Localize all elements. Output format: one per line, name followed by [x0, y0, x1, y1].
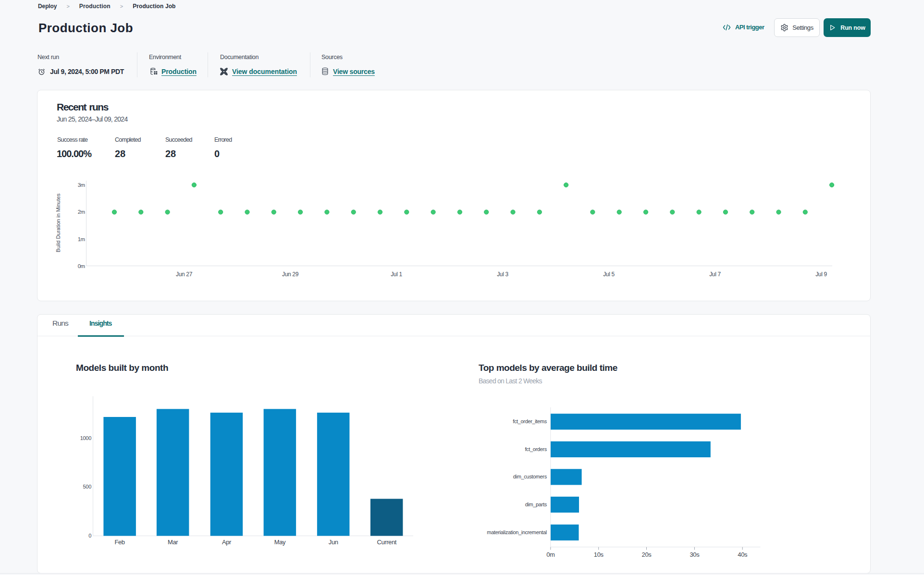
svg-text:2m: 2m [78, 209, 85, 215]
svg-text:20s: 20s [642, 551, 652, 558]
svg-text:dim_parts: dim_parts [525, 502, 547, 507]
svg-text:0: 0 [88, 533, 91, 538]
svg-text:materialization_incremental: materialization_incremental [487, 529, 546, 535]
svg-text:500: 500 [83, 484, 92, 489]
svg-text:Jun: Jun [329, 538, 338, 546]
svg-text:Jul 7: Jul 7 [709, 271, 721, 278]
svg-text:fct_order_items: fct_order_items [513, 418, 547, 424]
svg-text:May: May [274, 538, 286, 546]
svg-text:40s: 40s [738, 551, 748, 558]
svg-text:10s: 10s [594, 551, 604, 558]
svg-text:3m: 3m [78, 182, 85, 188]
svg-text:fct_orders: fct_orders [525, 446, 547, 452]
svg-text:1000: 1000 [80, 435, 91, 441]
svg-text:Feb: Feb [114, 538, 124, 546]
svg-text:Jul 9: Jul 9 [815, 271, 827, 278]
svg-text:Mar: Mar [168, 538, 178, 546]
svg-text:Build Duration in Minutes: Build Duration in Minutes [55, 193, 61, 252]
svg-text:0m: 0m [78, 263, 85, 269]
svg-text:Jun 29: Jun 29 [282, 271, 299, 278]
svg-text:Jun 27: Jun 27 [176, 271, 193, 278]
svg-text:30s: 30s [690, 551, 700, 558]
svg-text:Current: Current [377, 538, 396, 546]
svg-text:dim_customers: dim_customers [513, 474, 547, 479]
svg-text:Jul 1: Jul 1 [391, 271, 402, 278]
svg-text:1m: 1m [78, 236, 85, 242]
svg-text:Jul 5: Jul 5 [603, 271, 615, 278]
svg-text:0m: 0m [546, 551, 554, 558]
svg-text:Jul 3: Jul 3 [497, 271, 508, 278]
svg-text:Apr: Apr [222, 538, 232, 546]
